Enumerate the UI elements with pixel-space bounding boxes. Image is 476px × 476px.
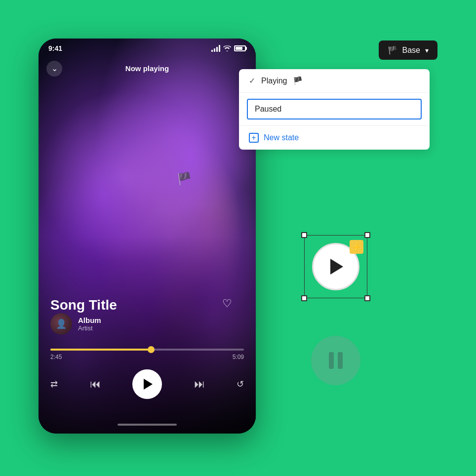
album-row: 👤 Album Artist — [50, 313, 244, 335]
chevron-down-icon: ▾ — [425, 46, 429, 54]
shuffle-button[interactable]: ⇄ — [50, 379, 58, 390]
previous-button[interactable]: ⏮ — [90, 378, 101, 391]
flag-icon-playing: 🏴 — [293, 76, 303, 85]
next-button[interactable]: ⏭ — [194, 378, 205, 391]
progress-section: 2:45 5:09 — [39, 349, 256, 360]
state-dropdown-panel: ✓ Playing 🏴 + New state — [239, 69, 430, 150]
progress-bar[interactable] — [50, 349, 244, 351]
status-icons — [211, 45, 246, 52]
state-item-playing[interactable]: ✓ Playing 🏴 — [239, 69, 430, 93]
song-info: Song Title ♡ 👤 Album Artist — [39, 297, 256, 335]
album-name: Album — [78, 316, 101, 324]
now-playing-label: Now playing — [125, 64, 169, 73]
signal-icon — [211, 45, 220, 52]
state-name-input[interactable] — [247, 99, 422, 119]
now-playing-header: ⌄ Now playing — [39, 58, 256, 79]
plus-square-icon: + — [249, 133, 259, 143]
playback-controls: ⇄ ⏮ ⏭ ↺ — [39, 369, 256, 399]
new-state-label: New state — [264, 133, 299, 142]
progress-times: 2:45 5:09 — [50, 354, 244, 360]
handle-bottom-right[interactable] — [364, 295, 370, 301]
flag-icon: 🏴 — [388, 45, 397, 55]
time-total: 5:09 — [233, 354, 244, 360]
play-widget-area[interactable]: ⚡ — [301, 232, 370, 301]
wifi-icon — [223, 45, 231, 51]
pause-bar-left — [329, 352, 334, 369]
handle-top-right[interactable] — [364, 232, 370, 238]
chevron-down-icon: ⌄ — [51, 64, 58, 73]
progress-fill — [50, 349, 151, 351]
check-icon: ✓ — [249, 76, 255, 85]
collapse-button[interactable]: ⌄ — [46, 61, 62, 77]
favorite-button[interactable]: ♡ — [222, 297, 232, 310]
pause-icon — [329, 352, 343, 369]
playing-state-label: Playing — [261, 77, 287, 85]
artist-name: Artist — [78, 324, 101, 332]
play-button[interactable] — [132, 369, 162, 399]
lightning-badge: ⚡ — [350, 240, 363, 254]
lightning-icon: ⚡ — [352, 242, 361, 252]
phone-mockup: 🏴 9:41 ⌄ Now playing Song Title ♡ — [39, 39, 256, 434]
time-current: 2:45 — [50, 354, 62, 360]
status-time: 9:41 — [48, 44, 62, 52]
play-widget[interactable]: ⚡ — [301, 232, 370, 301]
home-indicator — [118, 424, 177, 426]
battery-icon — [234, 45, 246, 51]
pause-button-large[interactable] — [311, 336, 360, 385]
song-title: Song Title — [50, 297, 117, 313]
new-state-button[interactable]: + New state — [239, 126, 430, 150]
repeat-button[interactable]: ↺ — [237, 379, 244, 390]
album-flag-icon: 🏴 — [177, 172, 192, 186]
play-triangle-icon — [144, 379, 153, 390]
base-dropdown-button[interactable]: 🏴 Base ▾ — [379, 40, 437, 60]
base-dropdown-label: Base — [402, 46, 420, 55]
handle-bottom-left[interactable] — [301, 295, 307, 301]
state-input-row — [239, 93, 430, 126]
status-bar: 9:41 — [39, 39, 256, 58]
progress-thumb[interactable] — [148, 346, 155, 353]
handle-top-left[interactable] — [301, 232, 307, 238]
album-thumbnail: 👤 — [50, 313, 72, 335]
play-icon — [330, 259, 343, 275]
pause-bar-right — [338, 352, 343, 369]
